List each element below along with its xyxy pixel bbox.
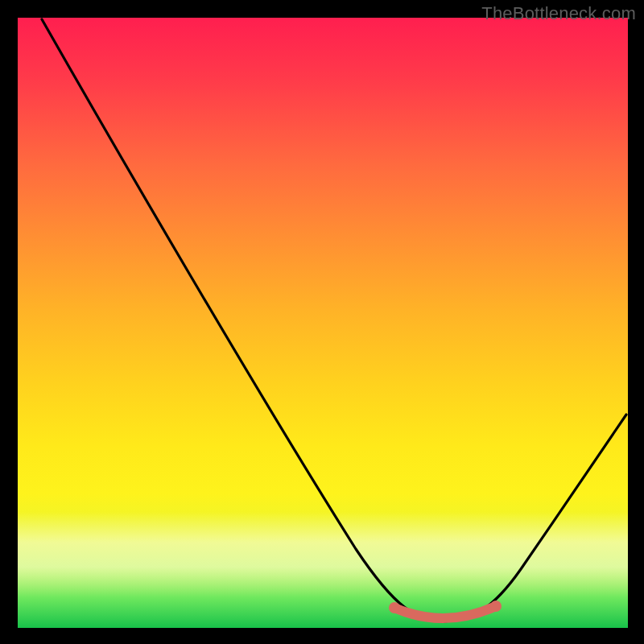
optimal-zone-end-left — [389, 602, 400, 613]
chart-stage: TheBottleneck.com — [0, 0, 644, 644]
curve-layer — [18, 18, 628, 628]
watermark-text: TheBottleneck.com — [481, 3, 636, 24]
bottleneck-curve — [42, 19, 626, 621]
plot-area — [18, 18, 628, 628]
optimal-zone-end-right — [490, 601, 502, 612]
optimal-zone-marker — [394, 606, 496, 618]
